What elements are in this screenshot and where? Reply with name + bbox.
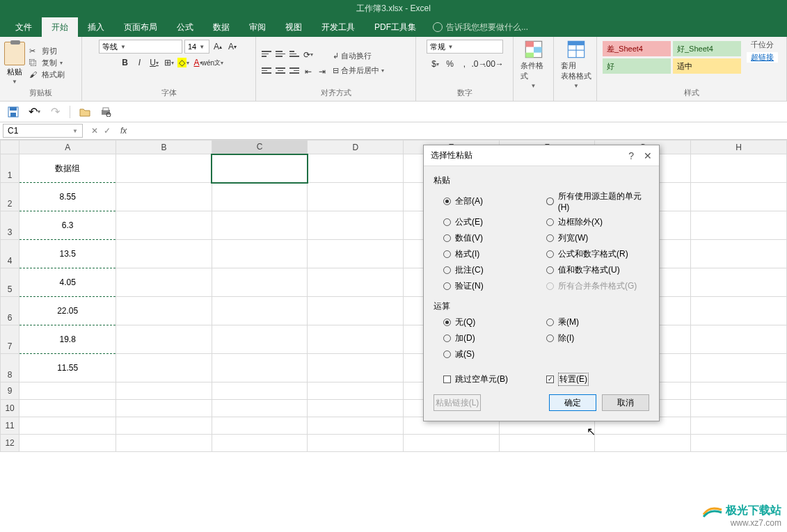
tab-developer[interactable]: 开发工具 — [312, 17, 365, 37]
close-button[interactable]: ✕ — [644, 150, 652, 161]
cell[interactable]: 19.8 — [19, 325, 116, 354]
increase-font-button[interactable]: A▴ — [212, 40, 224, 53]
radio-op-none[interactable]: 无(Q) — [443, 316, 546, 328]
align-top-button[interactable] — [260, 49, 273, 60]
fx-icon[interactable]: fx — [116, 126, 131, 136]
row-header[interactable]: 6 — [1, 297, 19, 325]
tab-home[interactable]: 开始 — [42, 17, 78, 37]
percent-button[interactable]: % — [444, 58, 456, 70]
border-button[interactable]: ⊞▾ — [163, 56, 175, 69]
bold-button[interactable]: B — [119, 56, 132, 69]
dialog-titlebar[interactable]: 选择性粘贴 ? ✕ — [424, 145, 659, 166]
row-header[interactable]: 12 — [1, 435, 19, 452]
align-middle-button[interactable] — [274, 49, 287, 60]
row-header[interactable]: 4 — [1, 240, 19, 268]
row-header[interactable]: 8 — [1, 354, 19, 382]
style-normal[interactable]: 适中 — [673, 58, 741, 74]
cell[interactable]: 8.55 — [19, 183, 116, 211]
print-preview-button[interactable] — [100, 106, 112, 118]
align-left-button[interactable] — [260, 65, 273, 76]
paste-button[interactable]: 粘贴 ▼ — [4, 42, 25, 85]
undo-button[interactable]: ↶▾ — [28, 106, 40, 118]
col-header-A[interactable]: A — [19, 140, 116, 154]
number-format-dropdown[interactable]: 常规▼ — [427, 40, 503, 54]
tab-view[interactable]: 视图 — [276, 17, 312, 37]
radio-except-borders[interactable]: 边框除外(X) — [546, 216, 649, 228]
radio-formulas-number-formats[interactable]: 公式和数字格式(R) — [546, 248, 649, 260]
ok-button[interactable]: 确定 — [549, 394, 596, 411]
tab-review[interactable]: 审阅 — [239, 17, 276, 37]
cell[interactable]: 13.5 — [19, 240, 116, 268]
tell-me[interactable]: 告诉我您想要做什么... — [433, 17, 528, 37]
radio-all-theme[interactable]: 所有使用源主题的单元(H) — [546, 191, 649, 212]
tab-insert[interactable]: 插入 — [78, 17, 114, 37]
format-as-table-button[interactable]: 套用 表格格式▼ — [558, 40, 594, 89]
align-center-button[interactable] — [274, 65, 287, 76]
row-header[interactable]: 9 — [1, 382, 19, 400]
fill-color-button[interactable]: ◇▾ — [177, 56, 190, 69]
tab-data[interactable]: 数据 — [203, 17, 239, 37]
tab-page-layout[interactable]: 页面布局 — [114, 17, 167, 37]
enter-formula-button[interactable]: ✓ — [104, 126, 111, 136]
cell[interactable]: 22.05 — [19, 297, 116, 325]
cell[interactable]: 数据组 — [19, 154, 116, 183]
style-bad[interactable]: 差_Sheet4 — [603, 41, 671, 56]
font-size-dropdown[interactable]: 14▼ — [184, 40, 209, 54]
radio-values[interactable]: 数值(V) — [443, 232, 546, 244]
cell[interactable]: 11.55 — [19, 354, 116, 382]
radio-op-divide[interactable]: 除(I) — [546, 332, 649, 344]
decrease-indent-button[interactable]: ⇤ — [302, 65, 315, 78]
col-header-B[interactable]: B — [116, 140, 212, 154]
row-header[interactable]: 1 — [1, 154, 19, 183]
accounting-button[interactable]: $▾ — [429, 58, 442, 70]
skip-blanks-checkbox[interactable]: 跳过空单元(B) — [443, 373, 546, 386]
help-button[interactable]: ? — [628, 150, 634, 161]
radio-formulas[interactable]: 公式(E) — [443, 216, 546, 228]
open-button[interactable] — [79, 106, 91, 118]
redo-button[interactable]: ↷ — [49, 106, 61, 118]
row-header[interactable]: 3 — [1, 211, 19, 240]
tab-file[interactable]: 文件 — [6, 17, 42, 37]
radio-validation[interactable]: 验证(N) — [443, 280, 546, 292]
align-right-button[interactable] — [288, 65, 301, 76]
radio-formats[interactable]: 格式(I) — [443, 248, 546, 260]
active-cell[interactable] — [212, 154, 308, 183]
radio-comments[interactable]: 批注(C) — [443, 264, 546, 276]
merge-center-button[interactable]: ⊟合并后居中▾ — [333, 65, 384, 76]
style-good[interactable]: 好_Sheet4 — [673, 41, 741, 56]
underline-button[interactable]: U▾ — [148, 56, 161, 69]
radio-col-widths[interactable]: 列宽(W) — [546, 232, 649, 244]
comma-button[interactable]: , — [459, 58, 471, 70]
radio-op-subtract[interactable]: 减(S) — [443, 348, 546, 360]
cancel-formula-button[interactable]: ✕ — [91, 126, 98, 136]
col-header-C[interactable]: C — [212, 140, 308, 154]
radio-op-add[interactable]: 加(D) — [443, 332, 546, 344]
radio-all[interactable]: 全部(A) — [443, 191, 546, 212]
align-bottom-button[interactable] — [288, 49, 301, 60]
phonetic-button[interactable]: wén文▾ — [207, 56, 219, 69]
select-all-corner[interactable] — [1, 140, 19, 154]
format-painter-button[interactable]: 🖌格式刷 — [29, 70, 65, 80]
decrease-decimal-button[interactable]: .00→ — [488, 58, 500, 70]
increase-indent-button[interactable]: ⇥ — [316, 65, 328, 78]
row-header[interactable]: 5 — [1, 268, 19, 297]
style-neutral[interactable]: 好 — [603, 58, 671, 74]
col-header-H[interactable]: H — [691, 140, 787, 154]
formula-input[interactable] — [131, 124, 787, 138]
style-thousand[interactable]: 千位分 — [747, 40, 778, 50]
save-button[interactable] — [7, 106, 19, 118]
italic-button[interactable]: I — [134, 56, 146, 69]
conditional-format-button[interactable]: 条件格式▼ — [518, 40, 549, 89]
radio-op-multiply[interactable]: 乘(M) — [546, 316, 649, 328]
col-header-D[interactable]: D — [308, 140, 404, 154]
tab-formulas[interactable]: 公式 — [167, 17, 203, 37]
font-name-dropdown[interactable]: 等线▼ — [99, 40, 182, 54]
tab-pdf[interactable]: PDF工具集 — [365, 17, 426, 37]
copy-button[interactable]: ⿻复制▾ — [29, 58, 65, 68]
row-header[interactable]: 10 — [1, 400, 19, 417]
transpose-checkbox[interactable]: 转置(E) — [546, 373, 649, 386]
row-header[interactable]: 2 — [1, 183, 19, 211]
name-box[interactable]: C1▼ — [3, 124, 83, 138]
orientation-button[interactable]: ⟳▾ — [302, 49, 315, 61]
decrease-font-button[interactable]: A▾ — [226, 40, 239, 53]
